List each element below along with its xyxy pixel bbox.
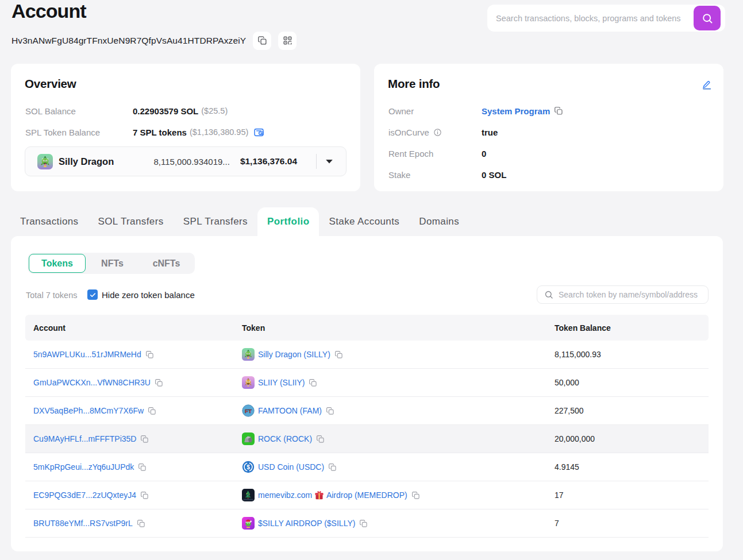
checkbox-checked-icon[interactable] [87, 289, 98, 300]
copy-icon [137, 519, 145, 528]
tab-sol-transfers[interactable]: SOL Transfers [88, 207, 174, 236]
copy-icon [155, 379, 163, 387]
copy-token-button[interactable] [359, 519, 368, 528]
copy-token-button[interactable] [334, 350, 343, 359]
copy-account-button[interactable] [137, 519, 145, 528]
token-icon-famtoon: FT [242, 404, 255, 417]
copy-icon [411, 491, 420, 500]
token-table: Account Token Token Balance 5n9AWPLUKu..… [25, 315, 709, 538]
info-label: isOnCurve [388, 128, 429, 137]
copy-account-button[interactable] [145, 350, 154, 359]
hide-zero-balance-toggle[interactable]: Hide zero token balance [87, 289, 195, 300]
copy-icon [359, 519, 368, 528]
top-search-input[interactable] [496, 5, 691, 32]
wallet-icon[interactable] [253, 127, 264, 138]
account-link[interactable]: GmUaPWCKXn...VfWN8CHR3U [33, 378, 151, 387]
copy-icon [554, 106, 563, 115]
token-icon-memedrop [242, 489, 255, 501]
table-row: GmUaPWCKXn...VfWN8CHR3U SLIIY (SLIIY) 50… [25, 369, 709, 397]
copy-token-button[interactable] [316, 435, 325, 443]
hide-zero-balance-label: Hide zero token balance [102, 290, 195, 300]
copy-icon [316, 435, 325, 443]
token-icon-sliiy [242, 376, 255, 389]
info-value: true [482, 128, 498, 137]
token-balance: 227,500 [555, 406, 584, 415]
selected-token-name: Silly Dragon [59, 156, 114, 167]
token-icon-ssilly [242, 517, 255, 530]
token-balance: 50,000 [555, 378, 579, 387]
tab-domains[interactable]: Domains [409, 207, 469, 236]
account-address: Hv3nANwFgU84grTFnxUeN9R7QfpVsAu41HTDRPAx… [11, 36, 246, 46]
copy-token-button[interactable] [326, 407, 334, 415]
svg-text:FT: FT [245, 408, 252, 414]
account-link[interactable]: EC9PQG3dE7...2zUQxteyJ4 [33, 491, 136, 500]
account-link[interactable]: Cu9MAyHFLf...mFFFTPi35D [33, 434, 136, 443]
owner-link[interactable]: System Program [482, 106, 550, 116]
token-link[interactable]: ROCK (ROCK) [258, 434, 312, 443]
copy-icon [145, 350, 154, 359]
more-info-row: isOnCurvetrue [388, 126, 442, 138]
qr-code-button[interactable] [278, 32, 297, 50]
subtab-nfts[interactable]: NFTs [86, 254, 139, 273]
copy-owner-button[interactable] [554, 106, 563, 115]
tab-transactions[interactable]: Transactions [11, 207, 88, 236]
account-link[interactable]: DXV5aqBePh...8MCmY7X6Fw [33, 406, 144, 415]
copy-account-button[interactable] [138, 463, 147, 472]
token-link[interactable]: $SILLY AIRDROP ($SILLY) [258, 519, 355, 528]
svg-text:$: $ [247, 464, 250, 470]
edit-button[interactable] [702, 80, 712, 90]
tab-stake-accounts[interactable]: Stake Accounts [319, 207, 409, 236]
tab-portfolio[interactable]: Portfolio [257, 207, 319, 236]
copy-account-button[interactable] [140, 435, 149, 443]
token-link[interactable]: FAMTOON (FAM) [258, 406, 322, 415]
copy-account-button[interactable] [140, 491, 149, 500]
selected-token-amount: 8,115,000.934019... [154, 157, 230, 167]
portfolio-subtabs: TokensNFTscNFTs [28, 253, 195, 274]
info-icon[interactable] [433, 128, 442, 137]
sol-balance-usd: ($25.5) [201, 106, 228, 115]
table-header-row: Account Token Token Balance [25, 315, 709, 341]
sol-balance-value: 0.22903579 SOL [133, 106, 198, 116]
more-info-row: OwnerSystem Program [388, 105, 414, 117]
header-token-balance: Token Balance [555, 323, 611, 333]
table-body: 5n9AWPLUKu...51rJMRMeHd Silly Dragon (SI… [25, 341, 709, 538]
divider [316, 154, 317, 169]
copy-token-button[interactable] [309, 379, 317, 387]
total-tokens-text: Total 7 tokens [26, 291, 77, 300]
token-balance: 20,000,000 [555, 434, 595, 443]
copy-token-button[interactable] [411, 491, 420, 500]
account-link[interactable]: 5mKpRpGeui...zYq6uJUPdk [33, 462, 134, 472]
token-balance: 8,115,000.93 [555, 350, 601, 359]
more-info-title: More info [388, 77, 440, 91]
top-search-bar [487, 5, 725, 32]
token-link[interactable]: USD Coin (USDC) [258, 462, 324, 472]
token-link[interactable]: SLIIY (SLIIY) [258, 378, 305, 387]
info-value: 0 SOL [482, 170, 506, 180]
copy-account-button[interactable] [155, 379, 163, 387]
token-link[interactable]: memevibz.com Airdrop (MEMEDROP) [258, 491, 407, 500]
sol-balance-label: SOL Balance [25, 106, 76, 116]
copy-account-button[interactable] [148, 407, 156, 415]
qr-code-icon [283, 36, 292, 45]
spl-balance-label: SPL Token Balance [25, 128, 100, 137]
subtab-tokens[interactable]: Tokens [29, 254, 86, 273]
info-value: 0 [482, 149, 486, 159]
copy-address-button[interactable] [253, 32, 271, 50]
tab-spl-transfers[interactable]: SPL Transfers [174, 207, 257, 236]
copy-token-button[interactable] [328, 463, 337, 472]
overview-title: Overview [25, 77, 76, 91]
account-link[interactable]: BRUT88eYMf...RS7vstP9rL [33, 519, 133, 528]
account-link[interactable]: 5n9AWPLUKu...51rJMRMeHd [33, 350, 141, 359]
search-icon [537, 290, 553, 299]
token-link[interactable]: Silly Dragon (SILLY) [258, 350, 330, 359]
copy-icon [326, 407, 334, 415]
pencil-icon [702, 80, 712, 90]
subtab-cnfts[interactable]: cNFTs [139, 254, 194, 273]
token-search-input[interactable] [559, 290, 705, 299]
copy-icon [148, 407, 156, 415]
token-icon-usdc: $ [242, 461, 255, 473]
top-search-button[interactable] [694, 6, 721, 30]
table-row: BRUT88eYMf...RS7vstP9rL $SILLY AIRDROP (… [25, 509, 709, 538]
more-info-card: More info OwnerSystem Program isOnCurvet… [374, 64, 723, 191]
token-selector[interactable]: Silly Dragon 8,115,000.934019... $1,136,… [25, 146, 347, 176]
